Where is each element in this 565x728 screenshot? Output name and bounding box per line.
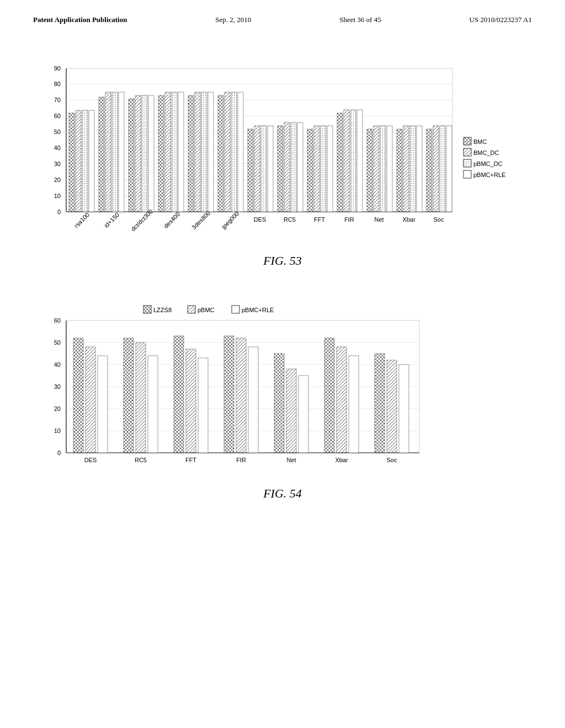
svg-rect-130 (174, 336, 184, 453)
svg-rect-66 (307, 129, 313, 212)
svg-text:60: 60 (54, 317, 61, 324)
svg-rect-49 (208, 92, 214, 212)
svg-text:LZZS8: LZZS8 (153, 307, 172, 313)
svg-rect-146 (375, 354, 385, 453)
svg-rect-140 (299, 376, 308, 453)
svg-rect-76 (367, 129, 372, 212)
svg-text:Soc: Soc (434, 216, 444, 223)
svg-text:10: 10 (54, 192, 61, 199)
svg-text:40: 40 (54, 361, 61, 368)
svg-text:Xbar: Xbar (335, 457, 348, 463)
svg-rect-46 (188, 95, 194, 212)
svg-text:0: 0 (57, 208, 61, 215)
svg-text:20: 20 (54, 405, 61, 412)
svg-rect-101 (188, 306, 195, 313)
svg-text:des400: des400 (162, 211, 181, 229)
svg-rect-31 (99, 97, 104, 212)
svg-rect-58 (261, 126, 266, 212)
svg-rect-81 (397, 129, 402, 212)
header-left: Patent Application Publication (33, 15, 127, 24)
chart-53: 0 10 20 30 40 50 60 70 80 90 (33, 57, 532, 247)
page-header: Patent Application Publication Sep. 2, 2… (0, 0, 565, 24)
svg-text:pBMC_DC: pBMC_DC (473, 160, 503, 167)
svg-text:20: 20 (54, 176, 61, 183)
svg-rect-122 (73, 338, 83, 453)
svg-rect-88 (440, 126, 445, 212)
svg-text:50: 50 (54, 339, 61, 346)
svg-rect-79 (387, 126, 392, 212)
svg-text:jpeg000: jpeg000 (220, 210, 240, 231)
svg-rect-28 (82, 110, 88, 212)
svg-text:30: 30 (54, 160, 61, 167)
svg-rect-144 (349, 356, 359, 453)
svg-rect-83 (410, 126, 415, 212)
svg-rect-82 (403, 126, 409, 212)
svg-text:pBMC+RLE: pBMC+RLE (242, 307, 274, 313)
svg-rect-132 (198, 358, 208, 453)
svg-text:DES: DES (84, 457, 97, 463)
svg-rect-33 (112, 92, 118, 212)
svg-rect-62 (284, 122, 290, 212)
header-sheet: Sheet 36 of 45 (339, 15, 381, 24)
svg-rect-61 (278, 126, 283, 212)
svg-rect-34 (119, 92, 124, 212)
svg-rect-54 (238, 92, 243, 212)
chart-54: LZZS8 pBMC pBMC+RLE 0 10 20 30 (33, 301, 532, 480)
header-date: Sep. 2, 2010 (215, 15, 251, 24)
svg-rect-44 (178, 92, 184, 212)
svg-rect-84 (417, 126, 422, 212)
svg-rect-127 (136, 342, 146, 453)
svg-rect-27 (76, 110, 81, 212)
svg-text:RC5: RC5 (135, 457, 147, 463)
svg-text:3des800: 3des800 (190, 210, 211, 231)
svg-text:Net: Net (374, 216, 383, 223)
svg-text:90: 90 (54, 65, 61, 72)
svg-rect-74 (357, 110, 363, 212)
header-patent: US 2010/0223237 A1 (470, 15, 532, 24)
svg-rect-148 (399, 365, 409, 453)
svg-text:BMC: BMC (473, 138, 487, 145)
svg-rect-135 (236, 338, 246, 453)
svg-rect-42 (165, 92, 170, 212)
svg-rect-126 (124, 338, 134, 453)
svg-rect-29 (89, 110, 94, 212)
svg-rect-68 (321, 126, 326, 212)
svg-rect-36 (129, 99, 134, 212)
svg-rect-38 (142, 95, 147, 212)
svg-rect-91 (463, 137, 471, 145)
svg-text:FIR: FIR (236, 457, 246, 463)
svg-rect-73 (350, 110, 356, 212)
svg-rect-93 (463, 148, 471, 156)
svg-rect-103 (232, 306, 239, 313)
svg-rect-71 (337, 113, 343, 212)
svg-text:Xbar: Xbar (402, 216, 415, 223)
svg-text:Net: Net (286, 457, 296, 463)
svg-text:30: 30 (54, 383, 61, 390)
svg-text:60: 60 (54, 113, 61, 119)
svg-rect-69 (327, 126, 333, 212)
svg-rect-128 (148, 356, 158, 453)
svg-rect-99 (143, 306, 151, 313)
svg-text:BMC_DC: BMC_DC (473, 149, 499, 156)
svg-rect-41 (158, 95, 164, 212)
svg-text:DES: DES (254, 216, 266, 223)
svg-text:FFT: FFT (314, 216, 325, 223)
svg-text:FFT: FFT (185, 457, 196, 463)
fig53-label: FIG. 53 (263, 254, 302, 268)
svg-text:0: 0 (57, 449, 61, 456)
svg-rect-131 (186, 349, 196, 453)
svg-text:80: 80 (54, 81, 61, 87)
svg-rect-63 (291, 122, 296, 212)
svg-rect-87 (433, 126, 439, 212)
svg-rect-51 (218, 95, 223, 212)
svg-rect-59 (268, 126, 273, 212)
svg-rect-143 (337, 347, 347, 453)
svg-rect-97 (463, 170, 471, 178)
svg-rect-57 (254, 126, 260, 212)
fig54-label: FIG. 54 (263, 486, 302, 501)
svg-rect-95 (463, 159, 471, 167)
figure-54: LZZS8 pBMC pBMC+RLE 0 10 20 30 (33, 301, 532, 501)
figure-53: 0 10 20 30 40 50 60 70 80 90 (33, 57, 532, 268)
svg-rect-89 (446, 126, 452, 212)
svg-rect-47 (195, 92, 200, 212)
